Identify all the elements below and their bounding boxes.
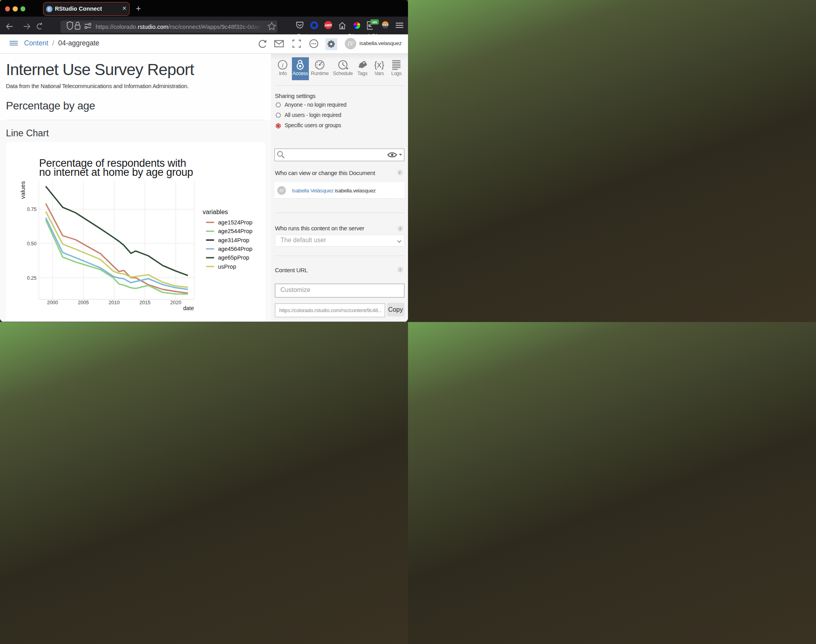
svg-text:age4564Prop: age4564Prop <box>218 246 252 252</box>
svg-text:age2544Prop: age2544Prop <box>218 228 252 234</box>
svg-text:0.25: 0.25 <box>27 275 36 281</box>
svg-text:{x}: {x} <box>374 60 384 70</box>
svg-text:2015: 2015 <box>139 300 150 305</box>
svg-text:age65pProp: age65pProp <box>218 254 249 261</box>
svg-text:values: values <box>19 181 26 199</box>
svg-text:2000: 2000 <box>47 300 58 305</box>
svg-text:usProp: usProp <box>218 264 236 270</box>
svg-text:0.50: 0.50 <box>27 241 36 247</box>
svg-text:ABP: ABP <box>325 23 332 27</box>
svg-text:2020: 2020 <box>170 300 181 305</box>
svg-text:date: date <box>183 305 194 311</box>
svg-text:variables: variables <box>203 209 228 215</box>
svg-text:no internet at home by age gro: no internet at home by age group <box>39 166 193 178</box>
svg-text:2010: 2010 <box>109 300 120 305</box>
svg-text:i: i <box>282 62 283 68</box>
svg-text:on: on <box>372 20 377 24</box>
svg-text:age314Prop: age314Prop <box>218 237 249 243</box>
svg-text:2005: 2005 <box>78 300 89 305</box>
svg-text:0.75: 0.75 <box>27 207 36 212</box>
svg-text:age1524Prop: age1524Prop <box>218 219 252 226</box>
